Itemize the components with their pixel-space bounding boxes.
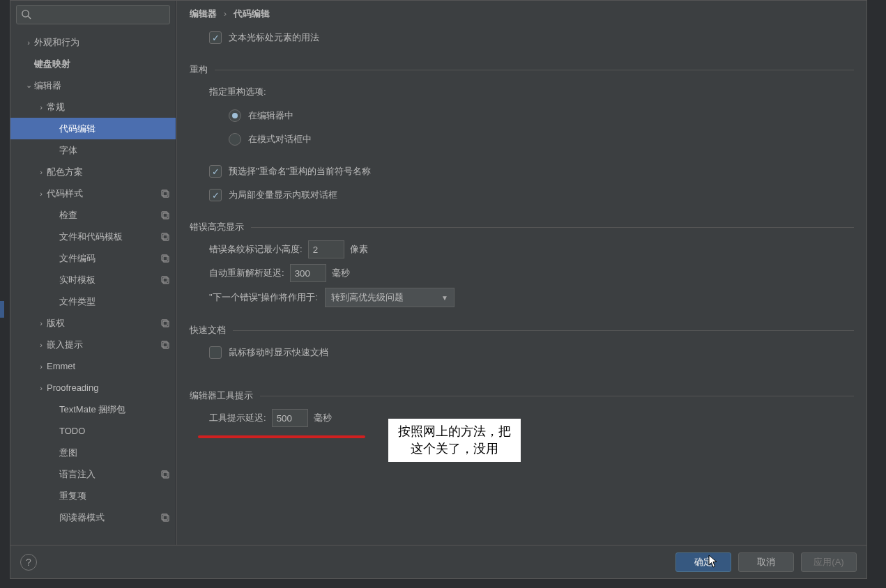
sidebar-item-label: 意图: [59, 447, 77, 459]
sidebar-item-5[interactable]: •字体: [10, 139, 176, 161]
settings-dialog: ›外观和行为•键盘映射⌄编辑器›常规•代码编辑•字体›配色方案›代码样式•检查•…: [10, 0, 867, 579]
checkbox-cursor-element-usage[interactable]: [209, 31, 222, 44]
sidebar-item-1[interactable]: •键盘映射: [10, 53, 176, 75]
chevron-right-icon: ›: [36, 189, 47, 198]
sidebar-item-15[interactable]: ›Emmet: [10, 355, 176, 377]
copy-icon: [160, 470, 170, 479]
breadcrumb: 编辑器 › 代码编辑: [177, 1, 866, 26]
sidebar-item-label: 编辑器: [34, 79, 61, 92]
copy-icon: [160, 318, 170, 328]
sidebar-item-label: 外观和行为: [34, 36, 79, 49]
sidebar-item-12[interactable]: •文件类型: [10, 291, 176, 312]
input-tooltip-delay[interactable]: [272, 409, 308, 427]
unit-ms: 毫秒: [314, 412, 332, 424]
copy-icon: [160, 210, 170, 220]
unit-pixels: 像素: [350, 243, 368, 256]
section-refactor-title: 重构: [190, 63, 208, 76]
sidebar-item-4[interactable]: •代码编辑: [10, 118, 176, 139]
sidebar-item-label: 阅读器模式: [59, 511, 105, 524]
settings-tree[interactable]: ›外观和行为•键盘映射⌄编辑器›常规•代码编辑•字体›配色方案›代码样式•检查•…: [10, 29, 176, 545]
chevron-right-icon: ›: [36, 168, 47, 176]
radio-in-editor[interactable]: [229, 109, 241, 122]
svg-rect-6: [163, 235, 169, 240]
breadcrumb-parent[interactable]: 编辑器: [190, 8, 217, 19]
sidebar-item-label: 文件类型: [59, 295, 96, 308]
sidebar-item-20[interactable]: •语言注入: [10, 463, 176, 485]
label-specify-refactor-options: 指定重构选项:: [209, 83, 854, 101]
svg-rect-5: [162, 212, 167, 217]
gutter-mark: [0, 301, 4, 318]
sidebar-item-11[interactable]: •实时模板: [10, 269, 176, 291]
sidebar-item-14[interactable]: ›嵌入提示: [10, 334, 176, 355]
input-min-stripe-height[interactable]: [308, 240, 344, 258]
annotation-underline: [198, 435, 365, 438]
radio-in-modal[interactable]: [229, 133, 241, 146]
annotation-line1: 按照网上的方法，把: [398, 423, 511, 440]
label-in-modal: 在模式对话框中: [248, 133, 312, 146]
sidebar-item-7[interactable]: ›代码样式: [10, 183, 176, 204]
svg-point-0: [22, 10, 29, 17]
sidebar-item-21[interactable]: •重复项: [10, 485, 176, 506]
chevron-down-icon: ⌄: [23, 81, 34, 90]
svg-rect-19: [162, 514, 167, 520]
checkbox-preselect-rename[interactable]: [209, 165, 222, 178]
copy-icon: [160, 254, 170, 263]
sidebar-item-label: 文件编码: [59, 252, 96, 265]
sidebar-item-22[interactable]: •阅读器模式: [10, 506, 176, 528]
ok-button[interactable]: 确定: [675, 552, 731, 572]
sidebar-item-label: 版权: [47, 317, 65, 330]
label-quickdoc-on-hover: 鼠标移动时显示快速文档: [229, 346, 328, 359]
sidebar-item-0[interactable]: ›外观和行为: [10, 31, 176, 53]
sidebar-item-16[interactable]: ›Proofreading: [10, 377, 176, 399]
label-min-stripe-height: 错误条纹标记最小高度:: [209, 243, 303, 256]
label-in-editor: 在编辑器中: [248, 109, 293, 122]
sidebar-item-label: 文件和代码模板: [59, 231, 123, 243]
svg-rect-14: [163, 343, 169, 348]
label-inline-local-var: 为局部变量显示内联对话框: [229, 189, 337, 201]
sidebar-item-label: Emmet: [47, 361, 75, 371]
sidebar-item-label: 实时模板: [59, 274, 96, 286]
svg-rect-12: [163, 321, 169, 327]
section-quickdoc-title: 快速文档: [190, 324, 226, 336]
sidebar-item-18[interactable]: •TODO: [10, 420, 176, 442]
section-tooltips-title: 编辑器工具提示: [190, 389, 253, 402]
chevron-right-icon: ›: [36, 341, 47, 349]
sidebar-item-9[interactable]: •文件和代码模板: [10, 226, 176, 247]
svg-rect-10: [163, 278, 169, 284]
cancel-button[interactable]: 取消: [738, 552, 794, 572]
sidebar-item-13[interactable]: ›版权: [10, 312, 176, 334]
sidebar-item-label: 检查: [59, 209, 77, 222]
sidebar-item-label: 代码编辑: [59, 123, 96, 135]
sidebar-item-label: TODO: [59, 426, 85, 436]
sidebar-item-label: Proofreading: [47, 382, 98, 393]
sidebar-item-6[interactable]: ›配色方案: [10, 161, 176, 183]
checkbox-inline-local-var[interactable]: [209, 189, 222, 201]
input-reparse-delay[interactable]: [290, 264, 326, 282]
settings-search-input[interactable]: [16, 5, 170, 24]
sidebar-item-10[interactable]: •文件编码: [10, 247, 176, 269]
sidebar-item-label: 代码样式: [47, 187, 83, 200]
breadcrumb-separator: ›: [224, 8, 227, 19]
svg-rect-4: [163, 213, 169, 219]
divider: [215, 70, 854, 70]
help-button[interactable]: ?: [20, 554, 37, 571]
sidebar-item-label: 语言注入: [59, 468, 96, 481]
divider: [251, 227, 854, 228]
apply-button[interactable]: 应用(A): [801, 552, 857, 572]
svg-line-1: [28, 16, 31, 19]
dropdown-next-error[interactable]: 转到高优先级问题 ▼: [325, 288, 455, 307]
sidebar-item-17[interactable]: •TextMate 捆绑包: [10, 399, 176, 420]
sidebar-item-19[interactable]: •意图: [10, 442, 176, 463]
sidebar-item-2[interactable]: ⌄编辑器: [10, 75, 176, 96]
search-icon: [21, 9, 31, 20]
svg-rect-2: [163, 192, 169, 197]
checkbox-quickdoc-on-hover[interactable]: [209, 346, 222, 359]
sidebar-item-8[interactable]: •检查: [10, 204, 176, 226]
sidebar-item-3[interactable]: ›常规: [10, 96, 176, 118]
svg-rect-7: [162, 233, 167, 239]
sidebar-item-label: 常规: [47, 101, 65, 114]
chevron-right-icon: ›: [36, 103, 47, 111]
breadcrumb-current: 代码编辑: [234, 8, 270, 19]
sidebar-item-label: 字体: [59, 144, 77, 157]
label-preselect-rename: 预选择"重命名"重构的当前符号名称: [229, 165, 371, 178]
